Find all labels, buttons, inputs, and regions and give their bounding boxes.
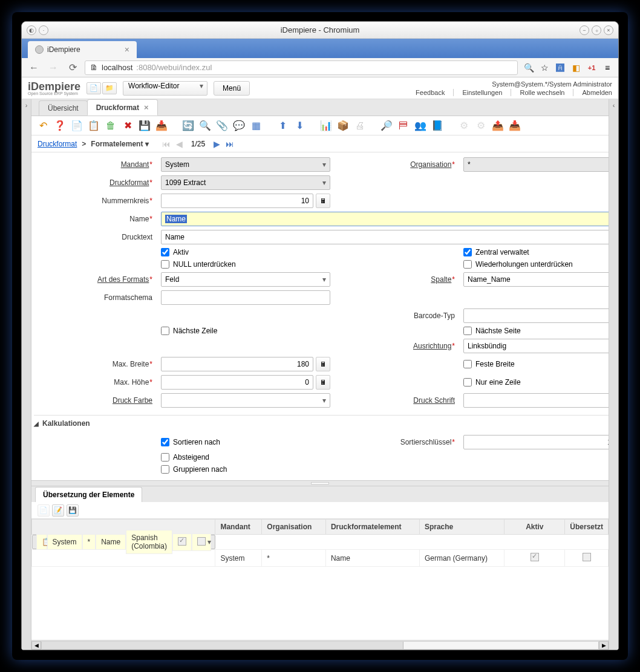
archive-icon[interactable]: 📦 xyxy=(336,119,350,132)
copy-icon[interactable]: 📋 xyxy=(87,119,100,132)
mandant-select[interactable]: System xyxy=(161,157,330,172)
import-icon[interactable]: 📥 xyxy=(508,119,521,132)
tab-close-icon[interactable]: × xyxy=(144,103,149,112)
chat-icon[interactable]: 💬 xyxy=(232,119,246,132)
tab-close-icon[interactable]: × xyxy=(125,45,129,54)
parent-icon[interactable]: ⬆ xyxy=(276,119,289,132)
undo-icon[interactable]: ↶ xyxy=(36,119,50,132)
new-record-button[interactable]: 📄 xyxy=(87,82,101,94)
druck-schrift-select[interactable] xyxy=(463,393,609,408)
name-input[interactable]: Name xyxy=(161,212,609,226)
close-icon[interactable]: × xyxy=(604,25,613,35)
save-new-icon[interactable]: 📥 xyxy=(155,119,168,132)
organisation-select[interactable]: * xyxy=(463,157,609,172)
null-suppress-checkbox[interactable] xyxy=(161,260,169,269)
attach-icon[interactable]: 📎 xyxy=(215,119,229,132)
art-format-select[interactable]: Feld xyxy=(161,272,330,287)
max-hoehe-input[interactable]: 0 xyxy=(161,375,313,390)
workflow-selector[interactable]: Workflow-Editor xyxy=(123,81,207,96)
aktiv-checkbox[interactable] xyxy=(161,248,169,256)
menu-icon[interactable]: ≡ xyxy=(601,62,613,74)
section-kalkulationen[interactable]: ◢Kalkulationen xyxy=(34,415,609,431)
feste-breite-checkbox[interactable] xyxy=(463,360,472,368)
sortieren-checkbox[interactable] xyxy=(161,438,169,446)
calculator-button[interactable]: 🖩 xyxy=(316,357,330,371)
process-icon[interactable]: ⚙ xyxy=(457,119,471,132)
new-row-button[interactable]: 📄 xyxy=(38,504,50,517)
barcode-select[interactable] xyxy=(463,308,609,323)
delete-red-icon[interactable]: ✖ xyxy=(121,119,134,132)
zentral-checkbox[interactable] xyxy=(463,248,472,256)
search-icon[interactable]: 🔍 xyxy=(198,119,212,132)
new-icon[interactable]: 📄 xyxy=(70,119,83,132)
table-row[interactable]: System * Name German (Germany) xyxy=(32,550,609,567)
request-icon[interactable]: 👥 xyxy=(414,119,427,132)
forward-button[interactable]: → xyxy=(46,60,60,75)
link-logout[interactable]: Abmelden xyxy=(573,89,612,96)
back-button[interactable]: ← xyxy=(27,60,41,75)
save-row-button[interactable]: 💾 xyxy=(67,504,79,517)
edit-row-button[interactable]: 📝 xyxy=(52,504,64,517)
detail-icon[interactable]: ⬇ xyxy=(293,119,306,132)
spalte-select[interactable]: Name_Name xyxy=(463,272,609,287)
zoom-across-icon[interactable]: 🔎 xyxy=(380,119,393,132)
breadcrumb-current[interactable]: Formatelement ▾ xyxy=(91,140,148,148)
delete-icon[interactable]: 🗑 xyxy=(104,119,117,132)
right-sidebar-expand[interactable]: ‹ xyxy=(609,99,618,650)
product-icon[interactable]: 📘 xyxy=(431,119,444,132)
pin-icon[interactable]: · xyxy=(39,25,48,35)
max-breite-input[interactable]: 180 xyxy=(161,357,313,371)
gplus-icon[interactable]: +1 xyxy=(586,62,598,74)
grid-icon[interactable]: ▦ xyxy=(249,119,263,132)
prev-record-icon[interactable]: ◀ xyxy=(174,139,185,149)
scroll-left-icon[interactable]: ◀ xyxy=(31,641,41,650)
link-switch-role[interactable]: Rolle wechseln xyxy=(511,89,564,96)
translate-icon[interactable]: 🅰 xyxy=(554,62,566,74)
browser-tab[interactable]: iDempiere × xyxy=(28,41,137,58)
maximize-icon[interactable]: ⬦ xyxy=(592,25,601,35)
link-feedback[interactable]: Feedback xyxy=(416,89,445,96)
druck-farbe-select[interactable] xyxy=(161,393,330,408)
extension1-icon[interactable]: ◧ xyxy=(570,62,582,74)
sortierschluessel-input[interactable]: 1 xyxy=(463,435,609,449)
last-record-icon[interactable]: ⏭ xyxy=(224,139,235,149)
left-sidebar-expand[interactable]: › xyxy=(22,99,31,650)
help-icon[interactable]: ❓ xyxy=(53,119,67,132)
ausrichtung-select[interactable]: Linksbündig xyxy=(463,339,609,353)
zoom-icon[interactable]: 🔍 xyxy=(523,62,535,74)
nummernkreis-input[interactable]: 10 xyxy=(161,194,313,208)
workflow-icon[interactable]: ⛿ xyxy=(397,119,410,132)
save-icon[interactable]: 💾 xyxy=(138,119,151,132)
druckformat-select[interactable]: 1099 Extract xyxy=(161,175,330,190)
next-line-checkbox[interactable] xyxy=(161,327,169,335)
url-input[interactable]: 🗎 localhost:8080/webui/index.zul xyxy=(85,60,518,75)
drucktext-input[interactable]: Name xyxy=(161,230,609,244)
refresh-icon[interactable]: 🔄 xyxy=(181,119,195,132)
app-menu-icon[interactable]: ◐ xyxy=(27,25,36,35)
report-icon[interactable]: 📊 xyxy=(319,119,333,132)
tab-overview[interactable]: Übersicht xyxy=(39,100,88,116)
table-row[interactable]: 📋 System * Name Spanish (Colombia) xyxy=(32,535,215,549)
nur-eine-zeile-checkbox[interactable] xyxy=(463,378,472,387)
absteigend-checkbox[interactable] xyxy=(161,453,169,462)
breadcrumb-root[interactable]: Druckformat xyxy=(38,140,77,148)
open-button[interactable]: 📁 xyxy=(102,82,117,94)
formatschema-input[interactable] xyxy=(161,290,330,305)
calculator-button[interactable]: 🖩 xyxy=(316,194,330,208)
print-icon[interactable]: 🖨 xyxy=(353,119,367,132)
horizontal-scrollbar[interactable]: ◀ ▶ xyxy=(31,640,609,650)
reload-button[interactable]: ⟳ xyxy=(65,60,80,75)
gear-icon[interactable]: ⚙ xyxy=(474,119,488,132)
next-record-icon[interactable]: ▶ xyxy=(211,139,222,149)
repeat-suppress-checkbox[interactable] xyxy=(463,260,472,269)
bookmark-icon[interactable]: ☆ xyxy=(538,62,550,74)
next-page-checkbox[interactable] xyxy=(463,327,472,335)
export-icon[interactable]: 📤 xyxy=(491,119,504,132)
tab-druckformat[interactable]: Druckformat × xyxy=(87,99,158,116)
minimize-icon[interactable]: − xyxy=(580,25,589,35)
scroll-right-icon[interactable]: ▶ xyxy=(599,641,609,650)
link-settings[interactable]: Einstellungen xyxy=(453,89,502,96)
calculator-button[interactable]: 🖩 xyxy=(316,375,330,390)
menu-button[interactable]: Menü xyxy=(214,81,250,96)
gruppieren-checkbox[interactable] xyxy=(161,465,169,474)
